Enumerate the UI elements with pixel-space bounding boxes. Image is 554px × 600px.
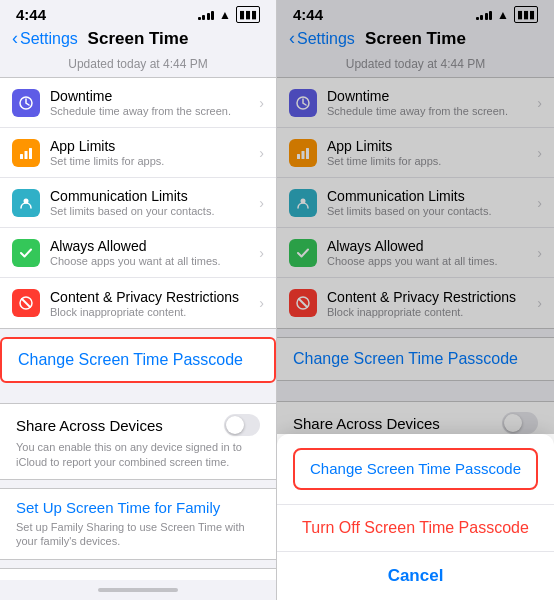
family-section-left: Set Up Screen Time for Family Set up Fam… xyxy=(0,488,276,560)
downtime-item-left[interactable]: Downtime Schedule time away from the scr… xyxy=(0,78,276,128)
comm-limits-icon-left xyxy=(12,189,40,217)
always-allowed-item-left[interactable]: Always Allowed Choose apps you want at a… xyxy=(0,228,276,278)
change-passcode-btn-left[interactable]: Change Screen Time Passcode xyxy=(0,337,276,383)
always-allowed-icon-left xyxy=(12,239,40,267)
status-time-left: 4:44 xyxy=(16,6,46,23)
back-chevron-left: ‹ xyxy=(12,28,18,49)
comm-limits-item-left[interactable]: Communication Limits Set limits based on… xyxy=(0,178,276,228)
status-icons-left: ▲ ▮▮▮ xyxy=(198,6,260,23)
downtime-title-left: Downtime xyxy=(50,88,253,104)
comm-limits-chevron-left: › xyxy=(259,195,264,211)
content-privacy-icon-left xyxy=(12,289,40,317)
action-sheet: Change Screen Time Passcode Turn Off Scr… xyxy=(277,434,554,600)
svg-line-6 xyxy=(22,299,30,307)
main-settings-group-left: Downtime Schedule time away from the scr… xyxy=(0,77,276,329)
content-privacy-chevron-left: › xyxy=(259,295,264,311)
svg-rect-3 xyxy=(29,148,32,159)
svg-rect-2 xyxy=(25,151,28,159)
family-btn-text-left[interactable]: Set Up Screen Time for Family xyxy=(16,499,260,516)
app-limits-chevron-left: › xyxy=(259,145,264,161)
action-change-passcode-btn[interactable]: Change Screen Time Passcode xyxy=(277,434,554,505)
battery-icon-left: ▮▮▮ xyxy=(236,6,260,23)
action-change-label: Change Screen Time Passcode xyxy=(310,460,521,477)
comm-limits-title-left: Communication Limits xyxy=(50,188,253,204)
home-bar-left xyxy=(98,588,178,592)
home-indicator-left xyxy=(0,580,276,600)
content-privacy-item-left[interactable]: Content & Privacy Restrictions Block ina… xyxy=(0,278,276,328)
action-cancel-btn[interactable]: Cancel xyxy=(277,552,554,600)
share-section-left: Share Across Devices You can enable this… xyxy=(0,403,276,480)
family-desc-left: Set up Family Sharing to use Screen Time… xyxy=(16,520,260,549)
nav-bar-left: ‹ Settings Screen Time xyxy=(0,25,276,55)
app-limits-subtitle-left: Set time limits for apps. xyxy=(50,155,253,167)
content-privacy-title-left: Content & Privacy Restrictions xyxy=(50,289,253,305)
always-allowed-chevron-left: › xyxy=(259,245,264,261)
scroll-content-left: Downtime Schedule time away from the scr… xyxy=(0,77,276,580)
status-bar-left: 4:44 ▲ ▮▮▮ xyxy=(0,0,276,25)
turn-off-section-left: Turn Off Screen Time xyxy=(0,568,276,580)
share-row-left: Share Across Devices xyxy=(16,414,260,436)
action-cancel-label: Cancel xyxy=(388,566,444,585)
back-button-left[interactable]: ‹ Settings xyxy=(12,29,78,49)
always-allowed-title-left: Always Allowed xyxy=(50,238,253,254)
comm-limits-subtitle-left: Set limits based on your contacts. xyxy=(50,205,253,217)
downtime-chevron-left: › xyxy=(259,95,264,111)
action-turn-off-passcode-btn[interactable]: Turn Off Screen Time Passcode xyxy=(277,505,554,552)
app-limits-title-left: App Limits xyxy=(50,138,253,154)
wifi-icon-left: ▲ xyxy=(219,8,231,22)
updated-text-left: Updated today at 4:44 PM xyxy=(0,55,276,77)
left-phone-panel: 4:44 ▲ ▮▮▮ ‹ Settings Screen Time Update… xyxy=(0,0,277,600)
content-privacy-subtitle-left: Block inappropriate content. xyxy=(50,306,253,318)
share-toggle-knob-left xyxy=(226,416,244,434)
action-sheet-dim xyxy=(277,0,554,434)
action-turn-off-label: Turn Off Screen Time Passcode xyxy=(302,519,529,536)
nav-title-left: Screen Time xyxy=(88,29,189,49)
signal-icon-left xyxy=(198,10,215,20)
share-title-left: Share Across Devices xyxy=(16,417,163,434)
app-limits-icon-left xyxy=(12,139,40,167)
back-label-left: Settings xyxy=(20,30,78,48)
share-desc-left: You can enable this on any device signed… xyxy=(16,440,260,469)
downtime-subtitle-left: Schedule time away from the screen. xyxy=(50,105,253,117)
share-toggle-left[interactable] xyxy=(224,414,260,436)
app-limits-item-left[interactable]: App Limits Set time limits for apps. › xyxy=(0,128,276,178)
downtime-icon-left xyxy=(12,89,40,117)
svg-rect-1 xyxy=(20,154,23,159)
always-allowed-subtitle-left: Choose apps you want at all times. xyxy=(50,255,253,267)
action-sheet-overlay: Change Screen Time Passcode Turn Off Scr… xyxy=(277,434,554,600)
change-passcode-text-left: Change Screen Time Passcode xyxy=(18,351,243,368)
right-phone-panel: 4:44 ▲ ▮▮▮ ‹ Settings Screen Time Update… xyxy=(277,0,554,600)
